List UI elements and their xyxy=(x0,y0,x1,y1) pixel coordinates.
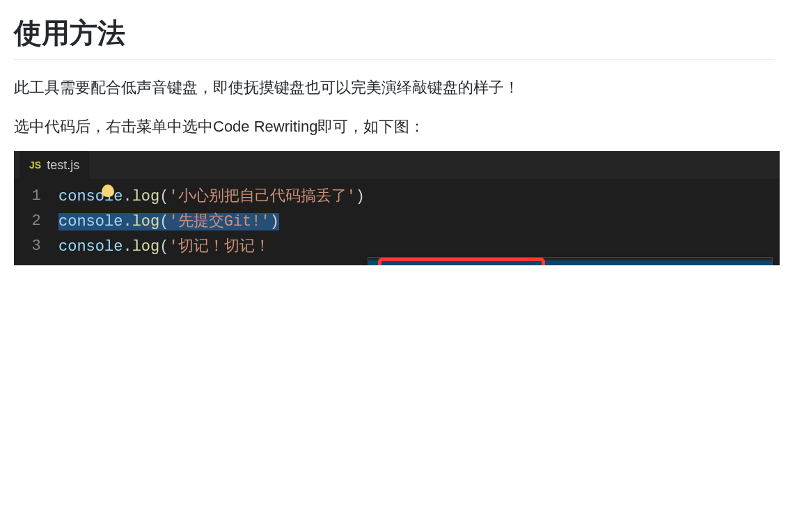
code-area[interactable]: 1 console.log('小心别把自己代码搞丢了') 2 console.l… xyxy=(14,179,780,265)
token-string: 先提交Git! xyxy=(178,213,261,230)
token-string: 小心别把自己代码搞丢了 xyxy=(178,188,347,205)
token-quote: ' xyxy=(168,188,178,205)
page-title: 使用方法 xyxy=(14,14,774,60)
lightbulb-icon[interactable] xyxy=(102,185,114,197)
token-punct: . xyxy=(123,188,132,205)
token-quote: ' xyxy=(347,188,356,205)
token-punct: . xyxy=(123,213,132,230)
token-quote: ' xyxy=(168,238,178,256)
token-ident: console xyxy=(58,213,123,230)
token-punct: ( xyxy=(159,213,168,230)
editor-screenshot: JS test.js 1 console.log('小心别把自己代码搞丢了') … xyxy=(14,151,780,265)
token-punct: . xyxy=(123,238,132,256)
code-content: console.log('切记！切记！ xyxy=(58,235,270,256)
code-line: 2 console.log('先提交Git!') xyxy=(14,208,780,233)
token-punct: ) xyxy=(356,188,365,205)
code-line: 3 console.log('切记！切记！ xyxy=(14,233,780,258)
line-number: 1 xyxy=(14,187,58,205)
tab-filename: test.js xyxy=(47,158,79,173)
token-punct: ) xyxy=(270,213,279,230)
editor-tab[interactable]: JS test.js xyxy=(19,151,89,179)
intro-paragraph-1: 此工具需要配合低声音键盘，即使抚摸键盘也可以完美演绎敲键盘的样子！ xyxy=(14,74,774,102)
code-content: console.log('先提交Git!') xyxy=(58,210,279,231)
token-ident: console xyxy=(58,238,123,256)
token-call: log xyxy=(132,238,160,256)
context-menu: Code Rewriting 转到定义 F12 转到类型定义 转到实现 Ctrl… xyxy=(368,257,773,265)
token-quote: ' xyxy=(260,213,269,230)
line-number: 2 xyxy=(14,212,58,230)
token-punct: ( xyxy=(159,238,168,256)
code-line: 1 console.log('小心别把自己代码搞丢了') xyxy=(14,183,780,208)
token-call: log xyxy=(132,188,160,205)
token-call: log xyxy=(132,213,160,230)
intro-paragraph-2: 选中代码后，右击菜单中选中Code Rewriting即可，如下图： xyxy=(14,113,774,141)
line-number: 3 xyxy=(14,237,58,255)
highlight-annotation xyxy=(378,258,545,265)
token-string: 切记！切记！ xyxy=(178,238,270,256)
editor-tabbar: JS test.js xyxy=(14,151,780,179)
js-file-icon: JS xyxy=(29,159,41,171)
token-punct: ( xyxy=(159,188,168,205)
context-menu-item-code-rewriting[interactable]: Code Rewriting xyxy=(368,260,772,265)
token-quote: ' xyxy=(168,213,178,230)
